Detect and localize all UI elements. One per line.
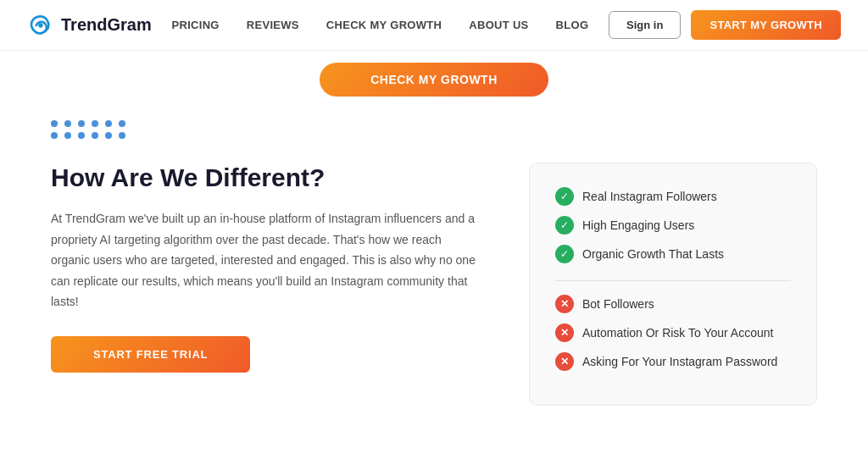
x-icon-3: ✕ [555,352,574,371]
nav-link-check-my-growth[interactable]: CHECK MY GROWTH [326,19,442,31]
pro-label-1: Real Instagram Followers [582,190,717,203]
con-item-2: ✕ Automation Or Risk To Your Account [555,323,791,342]
pro-item-2: ✓ High Engaging Users [555,216,791,235]
nav-actions: Sign in START MY GROWTH [609,10,841,40]
con-item-1: ✕ Bot Followers [555,295,791,313]
con-item-3: ✕ Asking For Your Instagram Password [555,352,791,371]
nav-link-pricing[interactable]: PRICING [171,19,219,31]
navbar: TrendGram PRICING REVIEWS CHECK MY GROWT… [0,0,868,51]
pro-item-3: ✓ Organic Growth That Lasts [555,245,791,263]
dot [105,120,112,127]
signin-button[interactable]: Sign in [609,11,681,39]
check-icon-3: ✓ [555,245,574,263]
main-content: How Are We Different? At TrendGram we've… [0,112,868,431]
nav-links: PRICING REVIEWS CHECK MY GROWTH ABOUT US… [171,19,588,31]
top-button-wrap: CHECK MY GROWTH [0,51,868,112]
dot [51,132,58,139]
check-my-growth-top-button[interactable]: CHECK MY GROWTH [320,63,548,97]
start-free-trial-button[interactable]: START FREE TRIAL [51,336,250,373]
x-icon-1: ✕ [555,295,574,313]
left-column: How Are We Different? At TrendGram we've… [51,163,478,373]
right-card: ✓ Real Instagram Followers ✓ High Engagi… [529,163,817,406]
logo-text: TrendGram [61,15,152,35]
cons-list: ✕ Bot Followers ✕ Automation Or Risk To … [555,295,791,371]
con-label-2: Automation Or Risk To Your Account [582,326,773,340]
section-title: How Are We Different? [51,163,478,193]
two-column-layout: How Are We Different? At TrendGram we've… [51,163,817,406]
con-label-1: Bot Followers [582,297,654,311]
dot [92,120,98,127]
dot [92,132,98,139]
dot [64,132,71,139]
x-icon-2: ✕ [555,323,574,342]
dot [64,120,71,127]
pros-list: ✓ Real Instagram Followers ✓ High Engagi… [555,187,791,263]
dots-grid [51,120,817,139]
pro-label-3: Organic Growth That Lasts [582,247,724,261]
dot [51,120,58,127]
dot [78,120,85,127]
check-icon-1: ✓ [555,187,574,206]
con-label-3: Asking For Your Instagram Password [582,355,777,368]
svg-point-0 [38,23,42,27]
pro-label-2: High Engaging Users [582,218,694,232]
check-icon-2: ✓ [555,216,574,235]
section-body: At TrendGram we've built up an in-house … [51,208,478,312]
nav-link-reviews[interactable]: REVIEWS [247,19,299,31]
dot [105,132,112,139]
logo-icon [27,12,54,39]
nav-link-about-us[interactable]: ABOUT US [469,19,528,31]
dot [119,132,125,139]
dot [119,120,125,127]
divider [555,280,791,281]
logo[interactable]: TrendGram [27,12,152,39]
nav-link-blog[interactable]: BLOG [556,19,589,31]
dot [78,132,85,139]
start-my-growth-button[interactable]: START MY GROWTH [691,10,841,40]
pro-item-1: ✓ Real Instagram Followers [555,187,791,206]
